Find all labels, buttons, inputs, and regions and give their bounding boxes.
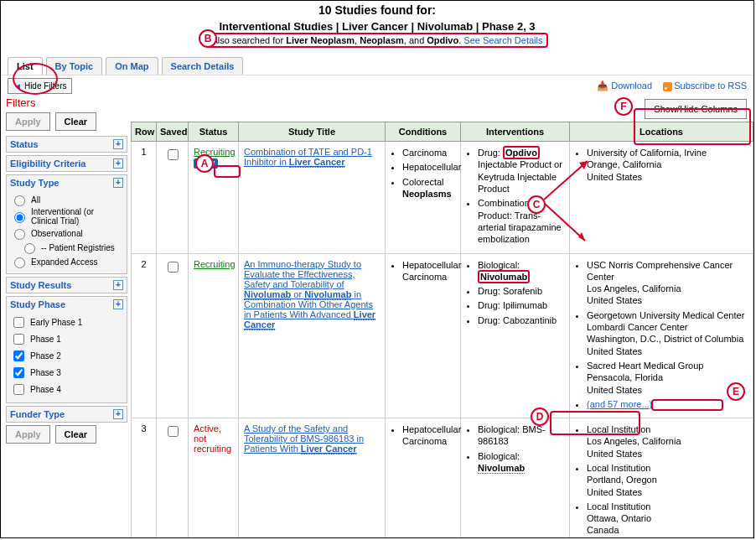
- list-item: Carcinoma: [402, 147, 455, 158]
- radio-expanded-access[interactable]: Expanded Access: [10, 255, 123, 268]
- row-number: 3: [132, 418, 157, 538]
- list-item: Biological: BMS-986183: [478, 423, 564, 448]
- results-table: Row Saved Status Study Title Conditions …: [131, 122, 753, 538]
- col-title[interactable]: Study Title: [239, 122, 386, 142]
- save-checkbox[interactable]: [168, 426, 179, 437]
- arrow-left-icon: ◄: [13, 81, 22, 91]
- interventions-cell: Biological: NivolumabDrug: SorafenibDrug…: [461, 253, 570, 418]
- study-title-link[interactable]: An Immuno-therapy Study to Evaluate the …: [244, 259, 375, 330]
- show-hide-columns-button[interactable]: Show/Hide Columns: [645, 99, 747, 119]
- tab-search-details[interactable]: Search Details: [162, 57, 244, 75]
- title-cell: An Immuno-therapy Study to Evaluate the …: [239, 253, 386, 418]
- study-title-link[interactable]: Combination of TATE and PD-1 Inhibitor i…: [244, 147, 372, 168]
- rss-icon: [663, 82, 672, 91]
- apply-filters-button[interactable]: Apply: [6, 112, 50, 131]
- section-study-type[interactable]: Study Type: [10, 178, 59, 188]
- cb-early-phase1[interactable]: Early Phase 1: [10, 314, 123, 330]
- radio-patient-registries[interactable]: -- Patient Registries: [10, 241, 123, 254]
- list-item: Combination Product: Trans-arterial tira…: [478, 197, 564, 245]
- list-item: Biological: Nivolumab: [478, 259, 564, 283]
- also-label: Also searched for: [212, 35, 287, 45]
- cb-phase2[interactable]: Phase 2: [10, 348, 123, 364]
- list-item: USC Norris Comprehensive Cancer CenterLo…: [587, 259, 748, 307]
- col-conditions[interactable]: Conditions: [386, 122, 461, 142]
- row-number: 1: [132, 142, 157, 253]
- hide-filters-button[interactable]: ◄Hide Filters: [8, 78, 72, 94]
- list-item: Colorectal Neoplasms: [402, 176, 455, 200]
- clear-filters-button-2[interactable]: Clear: [55, 425, 97, 444]
- section-status[interactable]: Status: [10, 139, 39, 149]
- plus-icon[interactable]: +: [113, 299, 123, 309]
- plus-icon[interactable]: +: [113, 178, 123, 188]
- status-cell: Active, not recruiting: [189, 418, 239, 538]
- table-row: 2RecruitingAn Immuno-therapy Study to Ev…: [132, 253, 753, 418]
- results-count: 10 Studies found for:: [1, 3, 753, 19]
- list-item: Drug: Opdivo Injectable Product or Keytr…: [478, 147, 564, 195]
- radio-interventional[interactable]: Interventional (or Clinical Trial): [10, 207, 123, 226]
- list-item: Local InstitutionLos Angeles, California…: [587, 423, 748, 460]
- and-more-link[interactable]: (and 57 more...): [587, 399, 652, 409]
- list-item: Biological: Nivolumab: [478, 450, 564, 475]
- locations-cell: University of California, IrvineOrange, …: [570, 142, 753, 253]
- cb-phase4[interactable]: Phase 4: [10, 382, 123, 397]
- cb-phase3[interactable]: Phase 3: [10, 365, 123, 381]
- section-eligibility[interactable]: Eligibility Criteria: [10, 158, 85, 169]
- list-item: Drug: Ipilimumab: [478, 299, 564, 311]
- col-locations[interactable]: Locations: [570, 122, 753, 142]
- conditions-cell: CarcinomaHepatocellularColorectal Neopla…: [386, 142, 461, 253]
- rss-link[interactable]: Subscribe to RSS: [663, 80, 747, 91]
- status-cell: Recruiting: [189, 253, 239, 418]
- section-funder[interactable]: Funder Type: [10, 409, 65, 419]
- list-item: University of California, IrvineOrange, …: [587, 147, 748, 183]
- list-item: Hepatocellular: [402, 161, 455, 173]
- conditions-cell: Hepatocellular Carcinoma: [386, 418, 461, 538]
- list-item: Georgetown University Medical Center Lom…: [587, 309, 748, 357]
- section-study-results[interactable]: Study Results: [10, 280, 71, 290]
- status-cell: RecruitingNEW: [189, 142, 239, 253]
- plus-icon[interactable]: +: [113, 280, 123, 290]
- interventions-cell: Biological: BMS-986183Biological: Nivolu…: [461, 418, 570, 538]
- tab-by-topic[interactable]: By Topic: [46, 57, 103, 75]
- save-checkbox[interactable]: [168, 149, 179, 160]
- conditions-cell: Hepatocellular Carcinoma: [386, 253, 461, 418]
- radio-observational[interactable]: Observational: [10, 226, 123, 240]
- table-row: 3Active, not recruitingA Study of the Sa…: [132, 418, 753, 538]
- list-item: Local InstitutionPortland, OregonUnited …: [587, 462, 748, 498]
- clear-filters-button[interactable]: Clear: [55, 112, 97, 131]
- study-title-link[interactable]: A Study of the Safety and Tolerability o…: [244, 423, 364, 454]
- list-item: Local InstitutionOttawa, OntarioCanada: [587, 501, 748, 537]
- apply-filters-button-2[interactable]: Apply: [6, 425, 50, 444]
- tab-list[interactable]: List: [8, 57, 43, 75]
- locations-cell: USC Norris Comprehensive Cancer CenterLo…: [570, 253, 753, 418]
- row-number: 2: [132, 253, 157, 418]
- see-search-details-link[interactable]: See Search Details: [463, 35, 542, 45]
- list-item: Sacred Heart Medical GroupPensacola, Flo…: [587, 360, 748, 396]
- download-link[interactable]: 📥 Download: [597, 80, 652, 91]
- list-item: Drug: Sorafenib: [478, 285, 564, 297]
- list-item: Hepatocellular Carcinoma: [402, 423, 455, 448]
- cb-phase1[interactable]: Phase 1: [10, 331, 123, 347]
- col-row[interactable]: Row: [132, 122, 157, 142]
- locations-cell: Local InstitutionLos Angeles, California…: [570, 418, 753, 538]
- table-row: 1RecruitingNEWCombination of TATE and PD…: [132, 142, 753, 253]
- section-study-phase[interactable]: Study Phase: [10, 299, 65, 309]
- title-cell: A Study of the Safety and Tolerability o…: [239, 418, 386, 538]
- save-checkbox[interactable]: [168, 262, 179, 273]
- list-item: Hepatocellular Carcinoma: [402, 259, 455, 283]
- tab-on-map[interactable]: On Map: [106, 57, 158, 75]
- list-item: Drug: Cabozantinib: [478, 314, 564, 326]
- radio-all[interactable]: All: [10, 193, 123, 206]
- interventions-cell: Drug: Opdivo Injectable Product or Keytr…: [461, 142, 570, 253]
- col-status[interactable]: Status: [189, 122, 239, 142]
- plus-icon[interactable]: +: [113, 139, 123, 149]
- title-cell: Combination of TATE and PD-1 Inhibitor i…: [239, 142, 386, 253]
- plus-icon[interactable]: +: [113, 409, 123, 419]
- tab-bar: List By Topic On Map Search Details: [8, 57, 753, 75]
- plus-icon[interactable]: +: [113, 158, 123, 169]
- new-badge: NEW: [194, 158, 218, 169]
- col-saved[interactable]: Saved: [157, 122, 189, 142]
- filters-heading: Filters: [6, 96, 127, 109]
- col-interventions[interactable]: Interventions: [461, 122, 570, 142]
